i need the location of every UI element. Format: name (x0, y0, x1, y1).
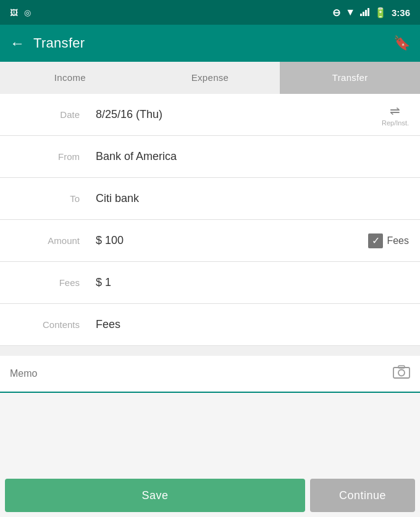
fees-check-label: Fees (387, 235, 409, 246)
contents-label: Contents (0, 319, 92, 330)
to-row: To Citi bank (0, 178, 420, 220)
svg-point-1 (398, 370, 405, 376)
save-button[interactable]: Save (5, 479, 305, 512)
shield-icon: ◎ (24, 8, 31, 17)
rep-inst-button[interactable]: ⇌ Rep/Inst. (382, 103, 420, 127)
from-label: From (0, 151, 92, 162)
amount-row: Amount $ 100 ✓ Fees (0, 220, 420, 262)
date-value[interactable]: 8/25/16 (Thu) (92, 108, 382, 121)
amount-label: Amount (0, 235, 92, 246)
contents-value[interactable]: Fees (92, 318, 420, 331)
image-icon: 🖼 (10, 8, 18, 17)
contents-row: Contents Fees (0, 304, 420, 346)
tab-transfer[interactable]: Transfer (280, 62, 420, 94)
header-left: ← Transfer (10, 35, 85, 52)
rep-inst-icon: ⇌ (390, 103, 400, 118)
checkmark-icon: ✓ (372, 235, 380, 246)
rep-inst-label: Rep/Inst. (382, 119, 409, 127)
fees-value[interactable]: $ 1 (92, 276, 420, 289)
bookmark-button[interactable]: 🔖 (393, 35, 410, 51)
status-left-icons: 🖼 ◎ (10, 8, 31, 17)
wifi-icon: ▼ (345, 7, 355, 18)
section-divider (0, 346, 420, 351)
fees-label: Fees (0, 277, 92, 288)
svg-rect-2 (398, 366, 405, 368)
battery-icon: 🔋 (374, 7, 387, 19)
to-label: To (0, 193, 92, 204)
svg-rect-0 (393, 368, 410, 378)
amount-value[interactable]: $ 100 (92, 234, 368, 247)
form-container: Date 8/25/16 (Thu) ⇌ Rep/Inst. From Bank… (0, 94, 420, 346)
fees-row: Fees $ 1 (0, 262, 420, 304)
camera-icon[interactable] (393, 364, 410, 383)
fees-checkbox-area[interactable]: ✓ Fees (368, 233, 420, 248)
tab-bar: Income Expense Transfer (0, 62, 420, 94)
tab-expense[interactable]: Expense (140, 62, 280, 94)
tab-income[interactable]: Income (0, 62, 140, 94)
signal-icon (360, 7, 369, 18)
from-row: From Bank of America (0, 136, 420, 178)
button-row: Save Continue (0, 474, 420, 517)
memo-input[interactable] (10, 368, 393, 379)
header: ← Transfer 🔖 (0, 25, 420, 62)
status-bar: 🖼 ◎ ⊖ ▼ 🔋 3:36 (0, 0, 420, 25)
date-label: Date (0, 109, 92, 120)
back-button[interactable]: ← (10, 35, 25, 52)
continue-button[interactable]: Continue (310, 479, 415, 512)
status-right-icons: ⊖ ▼ 🔋 3:36 (332, 7, 410, 19)
page-title: Transfer (33, 35, 85, 51)
memo-section (0, 351, 420, 393)
fees-checkbox[interactable]: ✓ (368, 233, 383, 248)
date-row: Date 8/25/16 (Thu) ⇌ Rep/Inst. (0, 94, 420, 136)
from-value[interactable]: Bank of America (92, 150, 420, 163)
time-display: 3:36 (392, 7, 410, 18)
to-value[interactable]: Citi bank (92, 192, 420, 205)
minus-circle-icon: ⊖ (332, 7, 340, 19)
